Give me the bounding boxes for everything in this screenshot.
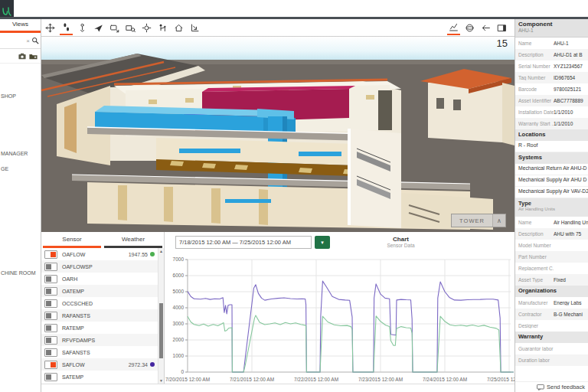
sensor-row: OAFLOWSP [41, 260, 164, 273]
panel-toggle[interactable] [495, 21, 508, 35]
move-tool-icon [45, 23, 55, 33]
chart-title: Chart [333, 236, 469, 243]
panel-toggle-icon [497, 23, 507, 33]
chart-header: 7/18/2015 12:00 AM — 7/25/2015 12:00 AM … [165, 232, 514, 252]
property-value: Air Handling Un [554, 220, 588, 225]
tab-weather[interactable]: Weather [104, 232, 162, 248]
property-value: ID967654 [554, 75, 588, 80]
sensor-scrollbar[interactable]: ▲ ▼ [158, 248, 164, 384]
sensor-toggle[interactable] [44, 263, 57, 271]
property-row: Tag NumberID967654 [515, 72, 588, 83]
sensor-name: OARH [62, 276, 164, 282]
send-feedback-button[interactable]: Send feedback [515, 381, 588, 392]
clear-search-icon[interactable]: × [26, 38, 30, 44]
back-arrow[interactable] [479, 21, 492, 35]
sensor-toggle[interactable] [44, 348, 57, 357]
tab-sensor[interactable]: Sensor [43, 232, 101, 248]
home-view-tool[interactable] [172, 21, 185, 35]
property-row: NameAHU-1 [515, 38, 588, 49]
sidebar-view-item[interactable]: GE [1, 166, 8, 172]
section-header: TypeAir Handling Units [515, 198, 588, 217]
property-label: Asset Type [518, 277, 554, 283]
panel-item[interactable]: Mechanical Supply Air VAV-D2 [515, 187, 588, 198]
property-row: Guarantor labor [515, 343, 588, 354]
views-actions [0, 49, 41, 64]
walk-tool[interactable] [60, 21, 73, 35]
globe-toggle[interactable] [463, 21, 476, 35]
scroll-down-icon[interactable]: ▼ [158, 377, 164, 384]
date-dropdown-button[interactable]: ▾ [315, 236, 330, 249]
sensor-toggle[interactable] [44, 336, 57, 345]
sensor-row: OAFLOW1947.55 [41, 248, 164, 260]
property-label: Guarantor labor [518, 346, 554, 351]
property-value: XYZ1234567 [554, 64, 588, 69]
nav-tools-group [44, 21, 201, 35]
svg-text:0: 0 [181, 369, 184, 374]
sidebar-view-item[interactable]: SHOP [1, 93, 16, 99]
sidebar-view-item[interactable]: MANAGER [1, 151, 28, 156]
orbit-tool[interactable] [140, 21, 153, 35]
follow-tool[interactable] [156, 21, 169, 35]
add-folder-icon[interactable] [29, 53, 38, 60]
gravity-tool-icon [77, 23, 87, 33]
property-value: AHU with 75 [554, 231, 588, 237]
camera-icon[interactable] [18, 53, 26, 60]
sensor-toggle[interactable] [44, 250, 57, 259]
section-tool[interactable] [188, 21, 201, 35]
property-row: Serial NumberXYZ1234567 [515, 60, 588, 72]
property-value: AHU-D1 at B [554, 52, 588, 57]
zoom-window-tool[interactable] [124, 21, 137, 35]
property-row: Replacement C... [515, 263, 588, 274]
sensor-chart[interactable]: 010002000300040005000600070007/20/2015 1… [165, 252, 514, 384]
logo-icon [2, 6, 12, 17]
sensor-toggle[interactable] [44, 312, 57, 320]
sensor-toggle[interactable] [44, 373, 57, 381]
date-range-input[interactable]: 7/18/2015 12:00 AM — 7/25/2015 12:00 AM [175, 236, 312, 249]
sensor-toggle[interactable] [44, 361, 57, 369]
property-row: Asset IdentifierABC7778889 [515, 95, 588, 106]
tower-label: TOWER [452, 217, 492, 224]
tower-selector[interactable]: TOWER ∧ [451, 214, 506, 227]
scrollbar-thumb[interactable] [159, 303, 163, 358]
sensor-tabs: Sensor Weather [41, 232, 164, 248]
sensor-name: OATEMP [62, 289, 164, 294]
toggle-knob [46, 325, 51, 331]
toggle-knob [51, 362, 56, 368]
property-row: Installation Date1/1/2010 [515, 106, 588, 118]
fly-tool[interactable] [92, 21, 105, 35]
property-row: DescriptionAHU with 75 [515, 228, 588, 240]
chevron-up-icon[interactable]: ∧ [493, 217, 505, 224]
property-label: Warranty Start ... [518, 121, 554, 126]
sensor-toggle[interactable] [44, 299, 57, 308]
sensor-toggle[interactable] [44, 287, 57, 296]
scroll-up-icon[interactable]: ▲ [158, 248, 164, 254]
property-group: NameAHU-1DescriptionAHU-D1 at BSerial Nu… [515, 38, 588, 129]
sensor-color-dot [150, 362, 155, 367]
sensor-value: 2972.34 [129, 362, 148, 368]
sensor-toggle[interactable] [44, 324, 57, 332]
chart-toggle[interactable] [447, 21, 460, 35]
property-row: ManufacturerEnergy Labs [515, 297, 588, 309]
chart-toggle-icon [449, 22, 459, 32]
panel-item[interactable]: Mechanical Supply Air AHU D [515, 175, 588, 187]
property-label: Manufacturer [518, 300, 554, 305]
panel-item[interactable]: Mechanical Return Air AHU-D [515, 164, 588, 175]
viewport-3d[interactable]: 15 TOWER ∧ [41, 37, 514, 232]
home-view-tool-icon [174, 23, 184, 33]
sidebar-view-item[interactable]: CHINE ROOM [1, 270, 36, 276]
app-logo[interactable] [0, 0, 14, 17]
search-icon[interactable] [31, 37, 39, 44]
search-input[interactable] [2, 38, 26, 44]
gravity-tool[interactable] [76, 21, 89, 35]
property-label: Serial Number [518, 64, 554, 69]
pan-view-tool[interactable] [108, 21, 121, 35]
move-tool[interactable] [44, 21, 57, 35]
viewport-toolbar [41, 19, 514, 37]
svg-text:7/21/2015 12:00 AM: 7/21/2015 12:00 AM [230, 377, 274, 382]
sensor-panel: Sensor Weather OAFLOW1947.55OAFLOWSPOARH… [41, 232, 165, 384]
sensor-toggle[interactable] [44, 275, 57, 283]
panel-item[interactable]: R - Roof [515, 141, 588, 152]
views-tab[interactable]: Views [0, 19, 41, 33]
toggle-knob [46, 338, 51, 343]
component-subtitle: AHU-1 [518, 28, 585, 33]
